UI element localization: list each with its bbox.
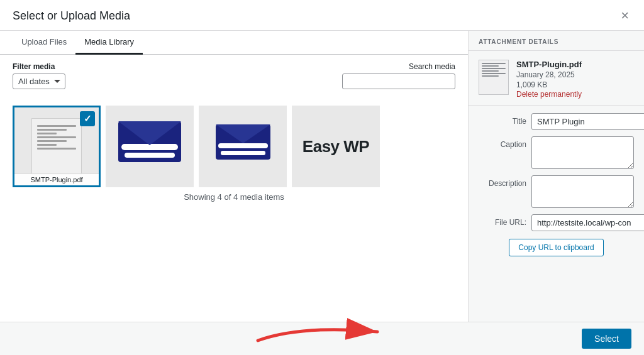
media-grid: ✓ SMTP-Plugin.pdf	[13, 106, 455, 187]
showing-count: Showing 4 of 4 media items	[13, 187, 455, 204]
pdf-line	[37, 136, 76, 138]
pdf-lines	[37, 125, 76, 150]
filters-row: Filter media All dates Search media	[0, 55, 468, 96]
field-row-description: Description	[479, 175, 634, 208]
tab-media-library[interactable]: Media Library	[75, 31, 143, 55]
field-row-title: Title	[479, 113, 634, 130]
modal-body: Upload Files Media Library Filter media …	[0, 31, 644, 322]
tab-upload-files[interactable]: Upload Files	[13, 31, 75, 55]
pdf-line	[37, 133, 57, 134]
file-date: January 28, 2025	[516, 70, 634, 79]
modal: Select or Upload Media × Upload Files Me…	[0, 0, 644, 355]
fields-section: Title Caption Description File URL:	[469, 106, 644, 264]
file-icon-line	[482, 75, 499, 77]
description-input[interactable]	[531, 175, 634, 208]
filter-group: Filter media All dates	[13, 62, 65, 89]
media-item-pdf[interactable]: ✓ SMTP-Plugin.pdf	[13, 106, 101, 187]
close-button[interactable]: ×	[618, 9, 631, 23]
media-item-label: SMTP-Plugin.pdf	[14, 173, 99, 185]
file-icon-lines	[482, 63, 506, 77]
pdf-line	[37, 144, 57, 146]
field-row-file-url: File URL:	[479, 214, 634, 231]
email-large-icon	[115, 120, 184, 173]
title-input[interactable]	[531, 113, 644, 130]
file-info-text: SMTP-Plugin.pdf January 28, 2025 1,009 K…	[516, 60, 634, 99]
field-label-description: Description	[479, 175, 526, 188]
media-item-email-small[interactable]	[199, 106, 287, 187]
modal-header: Select or Upload Media ×	[0, 0, 644, 31]
copy-url-button[interactable]: Copy URL to clipboard	[509, 239, 603, 256]
file-icon-line	[482, 63, 506, 64]
modal-footer: Select	[0, 322, 644, 355]
email-small-icon	[213, 123, 273, 170]
pdf-line	[37, 148, 76, 150]
delete-permanently-link[interactable]: Delete permanently	[516, 90, 582, 99]
file-url-input[interactable]	[531, 214, 644, 231]
select-button[interactable]: Select	[582, 329, 631, 349]
field-row-caption: Caption	[479, 136, 634, 169]
pdf-thumbnail	[31, 118, 82, 175]
search-media-label: Search media	[409, 62, 455, 71]
search-group: Search media	[342, 62, 455, 89]
file-size: 1,009 KB	[516, 80, 634, 89]
file-name: SMTP-Plugin.pdf	[516, 60, 634, 69]
main-content: Upload Files Media Library Filter media …	[0, 31, 468, 322]
svg-rect-2	[125, 153, 175, 158]
pdf-line	[37, 125, 76, 127]
easywp-label: Easy WP	[303, 137, 369, 156]
selected-checkmark: ✓	[80, 111, 95, 126]
file-icon	[479, 60, 509, 95]
field-label-file-url: File URL:	[479, 214, 526, 227]
attachment-sidebar: ATTACHMENT DETAILS SMTP-Plugin.pdf Janua…	[468, 31, 644, 322]
file-icon-line	[482, 73, 506, 74]
svg-rect-5	[218, 143, 268, 148]
pdf-line	[37, 129, 67, 131]
pdf-line	[37, 140, 67, 142]
attachment-info: SMTP-Plugin.pdf January 28, 2025 1,009 K…	[469, 51, 644, 106]
svg-rect-6	[221, 151, 265, 155]
file-icon-line	[482, 65, 499, 67]
modal-title: Select or Upload Media	[13, 9, 130, 23]
file-icon-line	[482, 68, 506, 69]
field-label-caption: Caption	[479, 136, 526, 149]
tabs-bar: Upload Files Media Library	[0, 31, 468, 55]
field-label-title: Title	[479, 113, 526, 126]
media-grid-container: ✓ SMTP-Plugin.pdf	[0, 96, 468, 322]
media-item-email-large[interactable]	[106, 106, 194, 187]
filter-dates-select[interactable]: All dates	[13, 74, 65, 89]
search-input[interactable]	[342, 74, 455, 89]
filter-media-label: Filter media	[13, 62, 65, 71]
file-icon-line	[482, 70, 499, 72]
attachment-details-header: ATTACHMENT DETAILS	[469, 31, 644, 51]
caption-input[interactable]	[531, 136, 634, 169]
media-item-easywp[interactable]: Easy WP	[292, 106, 380, 187]
